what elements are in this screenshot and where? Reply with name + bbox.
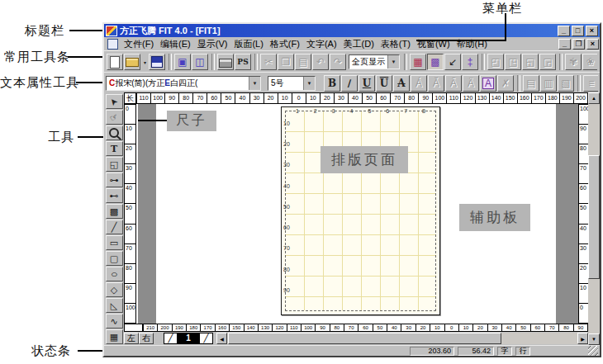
para-style-3-icon[interactable]: ▧ xyxy=(558,75,574,92)
menu-item-1[interactable]: 文件(F) xyxy=(121,38,157,50)
title-bar[interactable]: 方正飞腾 FIT 4.0 - [FIT1] _□× xyxy=(104,24,600,37)
frame-style-2-icon[interactable]: ◳ xyxy=(505,54,521,70)
right-page-button[interactable]: 右 xyxy=(139,333,154,344)
block-output-icon[interactable]: ◫ xyxy=(192,54,208,70)
menu-item-4[interactable]: 版面(L) xyxy=(230,38,266,50)
new-icon[interactable] xyxy=(107,54,123,70)
accent-2-icon[interactable]: Ǎ xyxy=(428,75,444,92)
crop-tool[interactable]: ◱ xyxy=(106,157,123,172)
scroll-left-button[interactable]: ◀ xyxy=(216,333,227,344)
accent-1-icon[interactable]: Á xyxy=(411,75,427,92)
doc-close-button[interactable]: × xyxy=(586,39,599,50)
table-tool[interactable]: ▦ xyxy=(106,329,123,344)
horizontal-scrollbar[interactable] xyxy=(227,333,577,344)
vertical-scrollbar[interactable]: ▲ ▼ xyxy=(588,92,600,345)
menu-item-7[interactable]: 美工(D) xyxy=(340,38,377,50)
left-page-button[interactable]: 左 xyxy=(124,333,139,344)
pattern-tool[interactable]: ▩ xyxy=(106,204,123,219)
clear-format-icon[interactable]: ✗ xyxy=(497,75,514,92)
scroll-up-button[interactable]: ▲ xyxy=(588,92,600,104)
text-tool[interactable]: T xyxy=(106,141,123,156)
frame-style-4-icon[interactable]: ◲ xyxy=(539,54,556,70)
boxed-char-icon[interactable]: A xyxy=(480,75,496,92)
maximize-button[interactable]: □ xyxy=(572,26,584,36)
doc-minimize-button[interactable]: _ xyxy=(558,39,571,50)
underline-icon[interactable]: U xyxy=(358,75,375,92)
undo-icon[interactable]: ↶ xyxy=(312,54,329,70)
scroll-down-button[interactable]: ▼ xyxy=(588,333,600,345)
ps-output-icon[interactable]: PS xyxy=(235,54,251,70)
menu-item-5[interactable]: 格式(F) xyxy=(267,38,303,50)
rotate-1-icon[interactable]: ✾ xyxy=(565,54,582,70)
prev-page-tab[interactable]: ╱ xyxy=(164,333,178,344)
invisible-chars-icon-glyph: ‡ xyxy=(468,57,473,67)
vertical-scrollbar-thumb[interactable] xyxy=(588,155,600,279)
align-left-icon[interactable]: ≡ xyxy=(583,75,598,92)
display-zoom-select[interactable]: 全页显示▼ xyxy=(349,54,400,69)
para-style-1-icon[interactable]: ▤ xyxy=(523,75,539,92)
unlink-tool[interactable]: ⊷ xyxy=(106,188,123,203)
open-dropdown-icon[interactable]: ▾ xyxy=(141,54,149,70)
ruler-bottom-filler xyxy=(124,324,142,332)
resize-grip[interactable] xyxy=(588,346,598,356)
rotate-tool[interactable]: ☞ xyxy=(106,110,123,125)
bg-grid-icon[interactable]: ▩ xyxy=(427,54,444,70)
ellipse-tool[interactable]: ○ xyxy=(106,267,123,281)
current-page-tab[interactable]: 1 xyxy=(178,333,199,344)
font-select-dropdown-icon[interactable]: ▼ xyxy=(249,77,260,90)
accent-3-icon[interactable]: Ā xyxy=(445,75,462,92)
char-grid-icon[interactable]: ▦ xyxy=(410,54,426,70)
select-tool[interactable]: ➤ xyxy=(106,94,123,109)
ruler-tick: 180 xyxy=(545,93,559,103)
overline-icon[interactable]: U xyxy=(376,75,392,92)
redo-icon[interactable]: ↷ xyxy=(330,54,346,70)
bold-icon[interactable]: B xyxy=(324,75,340,92)
accent-4-icon[interactable]: Ä xyxy=(463,75,479,92)
scroll-right-button[interactable]: ▶ xyxy=(577,333,588,344)
minimize-button[interactable]: _ xyxy=(558,26,570,36)
menu-item-6[interactable]: 文字(A) xyxy=(303,38,340,50)
line-tool[interactable]: ╱ xyxy=(106,220,123,234)
paste-icon[interactable]: ▤ xyxy=(295,54,311,70)
rotate-2-icon[interactable]: ❀ xyxy=(582,54,597,70)
save-icon[interactable] xyxy=(149,54,165,70)
invisible-chars-icon[interactable]: ‡ xyxy=(462,54,478,70)
close-button[interactable]: × xyxy=(586,26,598,36)
block-input-icon[interactable]: ▣ xyxy=(174,54,191,70)
frame-style-1-icon[interactable]: ◰ xyxy=(487,54,504,70)
layout-page[interactable]: 12345678 102030405060708090 xyxy=(281,106,440,315)
document-icon[interactable] xyxy=(107,39,118,50)
node-edit-tool[interactable]: ◺ xyxy=(106,298,123,313)
open-icon[interactable] xyxy=(124,54,140,70)
menu-item-2[interactable]: 编辑(E) xyxy=(157,38,194,50)
cut-icon[interactable]: ✂ xyxy=(260,54,277,70)
status-unit-word: 字 xyxy=(497,347,512,356)
next-page-tab[interactable]: ╱ xyxy=(199,333,213,344)
font-size-select[interactable]: 5号 ▼ xyxy=(268,76,316,91)
adjust-cursor-icon[interactable]: ↙ xyxy=(444,54,461,70)
frame-style-1-icon-glyph: ◰ xyxy=(491,57,500,67)
italic-icon[interactable]: ∕ xyxy=(341,75,358,92)
print-icon[interactable] xyxy=(217,54,234,70)
frame-style-3-icon[interactable]: ◱ xyxy=(522,54,539,70)
ruler-origin-toggle[interactable]: 长 xyxy=(124,92,136,104)
curve-tool[interactable]: ∿ xyxy=(106,314,123,329)
rect-tool[interactable]: ▭ xyxy=(106,235,123,250)
roundrect-tool[interactable]: ▢ xyxy=(106,251,123,266)
ruler-tick: 210 xyxy=(143,324,157,331)
horizontal-scrollbar-thumb[interactable] xyxy=(228,333,501,344)
block-output-icon-glyph: ◫ xyxy=(195,57,204,67)
polygon-tool[interactable]: ◇ xyxy=(106,282,123,297)
link-tool[interactable]: ⊶ xyxy=(106,173,123,187)
menu-item-8[interactable]: 表格(T) xyxy=(377,38,414,50)
font-select[interactable]: C报宋(简)(方正E白四正( ▼ xyxy=(106,76,261,91)
doc-restore-button[interactable]: ❐ xyxy=(572,39,585,50)
zoom-tool[interactable] xyxy=(106,125,123,140)
display-zoom-dropdown-icon[interactable]: ▼ xyxy=(387,55,399,69)
page-row-number: 60 xyxy=(283,225,292,245)
menu-item-3[interactable]: 显示(V) xyxy=(194,38,231,50)
strikethrough-icon[interactable]: A xyxy=(393,75,410,92)
font-size-dropdown-icon[interactable]: ▼ xyxy=(303,77,315,90)
copy-icon[interactable]: ❐ xyxy=(278,54,294,70)
para-style-2-icon[interactable]: ▥ xyxy=(540,75,557,92)
